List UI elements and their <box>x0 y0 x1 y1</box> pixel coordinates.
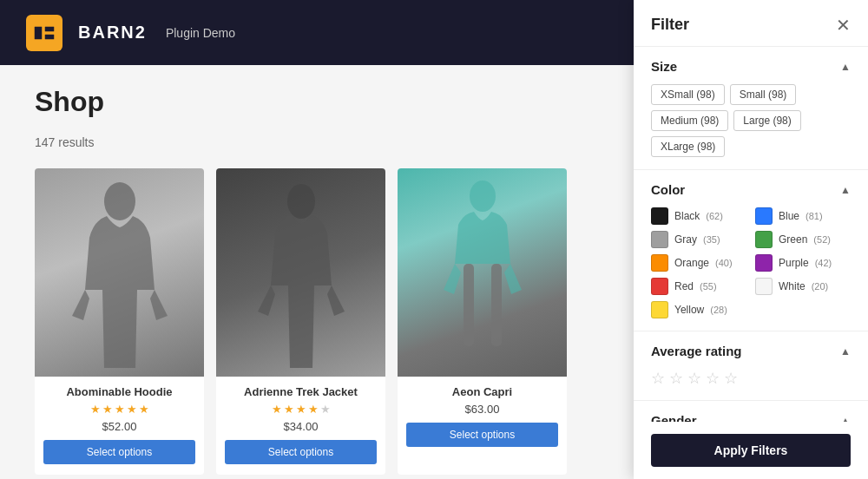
color-item[interactable]: Red (55) <box>651 278 746 295</box>
product-info: Aeon Capri$63.00Select options <box>398 377 567 457</box>
filter-color-header[interactable]: Color ▲ <box>651 182 851 197</box>
color-label: Purple <box>779 257 809 269</box>
color-item[interactable]: Yellow (28) <box>651 301 746 318</box>
apply-btn-wrap: Apply Filters <box>634 422 868 479</box>
color-swatch <box>651 231 668 248</box>
size-tags: XSmall (98)Small (98)Medium (98)Large (9… <box>651 84 851 157</box>
color-item[interactable]: Green (52) <box>755 231 851 248</box>
product-info: Adrienne Trek Jacket★★★★★$34.00Select op… <box>216 377 385 475</box>
color-count: (42) <box>815 258 832 268</box>
color-item[interactable]: Orange (40) <box>651 254 746 272</box>
star-filled: ★ <box>272 403 282 416</box>
color-swatch <box>755 231 773 248</box>
color-label: White <box>779 280 806 292</box>
color-grid: Black (62)Blue (81)Gray (35)Green (52)Or… <box>651 207 851 318</box>
product-card: Aeon Capri$63.00Select options <box>398 168 567 475</box>
product-price: $63.00 <box>406 403 558 416</box>
rating-stars: ☆ ☆ ☆ ☆ ☆ <box>651 369 851 388</box>
color-swatch <box>755 254 773 272</box>
color-item[interactable]: Blue (81) <box>755 207 851 225</box>
product-name: Adrienne Trek Jacket <box>225 385 377 398</box>
color-count: (55) <box>700 281 717 292</box>
color-label: Gray <box>674 233 697 246</box>
filter-rating-section: Average rating ▲ ☆ ☆ ☆ ☆ ☆ <box>634 331 868 401</box>
color-count: (40) <box>715 258 733 268</box>
filter-panel: Filter ✕ Size ▲ XSmall (98)Small (98)Med… <box>634 0 868 479</box>
color-swatch <box>651 278 668 295</box>
svg-rect-0 <box>34 26 43 40</box>
color-swatch <box>651 254 668 272</box>
filter-panel-title: Filter <box>651 16 689 34</box>
product-image <box>35 168 204 377</box>
color-label: Black <box>674 210 700 222</box>
star-filled: ★ <box>284 403 294 416</box>
size-chevron-icon: ▲ <box>840 61 851 73</box>
color-item[interactable]: Gray (35) <box>651 231 746 248</box>
size-tag[interactable]: XLarge (98) <box>651 136 725 157</box>
rating-star-4[interactable]: ☆ <box>706 369 720 388</box>
size-tag[interactable]: Medium (98) <box>651 110 728 131</box>
logo-text: BARN2 <box>78 23 147 43</box>
color-count: (52) <box>813 234 831 245</box>
logo-area: BARN2 Plugin Demo <box>26 15 235 51</box>
color-count: (20) <box>812 281 829 292</box>
logo-icon <box>26 15 62 51</box>
star-filled: ★ <box>102 403 113 416</box>
svg-rect-13 <box>491 264 502 346</box>
color-count: (28) <box>710 305 727 315</box>
filter-size-header[interactable]: Size ▲ <box>651 59 851 74</box>
star-filled: ★ <box>115 403 125 416</box>
filter-close-button[interactable]: ✕ <box>836 16 851 34</box>
color-count: (35) <box>703 234 720 245</box>
star-filled: ★ <box>296 403 306 416</box>
select-options-button[interactable]: Select options <box>43 440 195 464</box>
filter-rating-header[interactable]: Average rating ▲ <box>651 344 851 358</box>
product-image <box>398 168 567 377</box>
color-item[interactable]: White (20) <box>755 278 851 295</box>
star-filled: ★ <box>90 403 101 416</box>
star-filled: ★ <box>308 403 319 416</box>
color-item[interactable]: Purple (42) <box>755 254 851 272</box>
rating-star-2[interactable]: ☆ <box>669 369 683 388</box>
svg-point-9 <box>104 182 135 220</box>
product-name: Abominable Hoodie <box>43 385 195 398</box>
plugin-demo-label: Plugin Demo <box>166 26 235 40</box>
size-tag[interactable]: Large (98) <box>733 110 800 131</box>
apply-filters-button[interactable]: Apply Filters <box>651 434 851 467</box>
color-swatch <box>651 207 668 225</box>
color-label: Yellow <box>674 304 704 316</box>
size-tag[interactable]: XSmall (98) <box>651 84 725 105</box>
color-swatch <box>755 207 773 225</box>
main-content: Shop 147 results Filter Abominable Hoodi… <box>0 65 868 479</box>
color-label: Orange <box>674 257 709 269</box>
svg-point-10 <box>287 184 315 219</box>
rating-star-5[interactable]: ☆ <box>724 369 738 388</box>
color-swatch <box>755 278 773 295</box>
svg-rect-1 <box>44 26 55 32</box>
color-chevron-icon: ▲ <box>840 184 851 196</box>
color-label: Green <box>779 233 807 246</box>
results-count: 147 results <box>35 135 94 149</box>
product-name: Aeon Capri <box>406 385 558 398</box>
color-swatch <box>651 301 668 318</box>
color-item[interactable]: Black (62) <box>651 207 746 225</box>
svg-point-11 <box>470 180 496 212</box>
product-card: Adrienne Trek Jacket★★★★★$34.00Select op… <box>216 168 385 475</box>
star-filled: ★ <box>139 403 149 416</box>
product-price: $34.00 <box>225 420 377 433</box>
star-empty: ★ <box>320 403 331 416</box>
rating-star-3[interactable]: ☆ <box>687 369 701 388</box>
select-options-button[interactable]: Select options <box>406 423 558 447</box>
select-options-button[interactable]: Select options <box>225 440 377 464</box>
star-filled: ★ <box>127 403 137 416</box>
product-card: Abominable Hoodie★★★★★$52.00Select optio… <box>35 168 204 475</box>
color-count: (62) <box>706 211 723 221</box>
color-count: (81) <box>806 211 823 221</box>
rating-star-1[interactable]: ☆ <box>651 369 665 388</box>
product-info: Abominable Hoodie★★★★★$52.00Select optio… <box>35 377 204 475</box>
color-label: Red <box>674 280 694 292</box>
filter-size-title: Size <box>651 59 677 74</box>
size-tag[interactable]: Small (98) <box>730 84 797 105</box>
filter-color-title: Color <box>651 182 685 197</box>
svg-rect-12 <box>464 264 474 346</box>
